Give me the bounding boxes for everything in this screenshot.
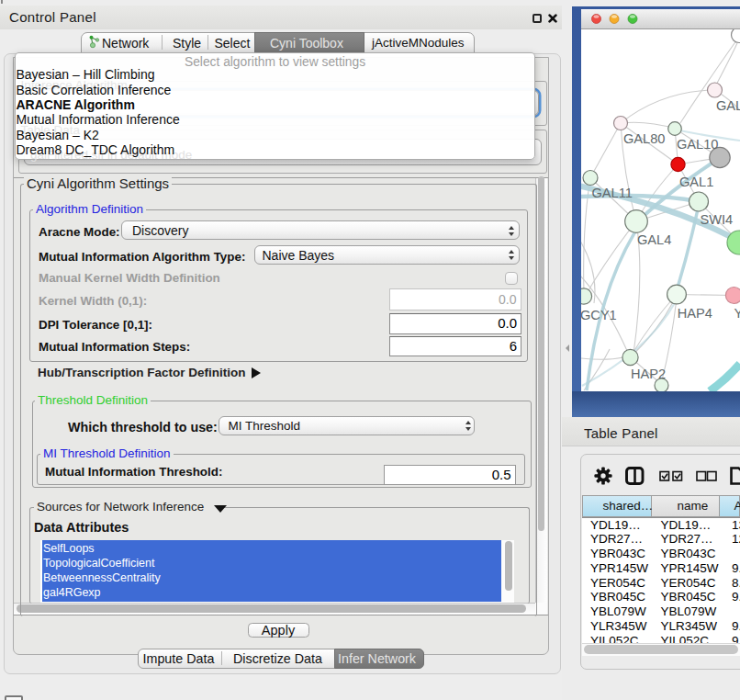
svg-text:GAL1: GAL1 [679,175,713,189]
svg-text:GCY1: GCY1 [581,308,617,322]
svg-text:GAL11: GAL11 [592,186,633,200]
svg-text:GAL10: GAL10 [677,137,718,152]
svg-text:GAL4: GAL4 [637,232,671,247]
svg-text:HAP2: HAP2 [631,367,666,381]
svg-text:GAL7: GAL7 [716,98,740,113]
svg-text:Y: Y [734,306,740,321]
svg-text:SWI4: SWI4 [701,212,734,227]
svg-text:HAP4: HAP4 [678,306,712,321]
svg-text:GAL80: GAL80 [623,131,665,146]
